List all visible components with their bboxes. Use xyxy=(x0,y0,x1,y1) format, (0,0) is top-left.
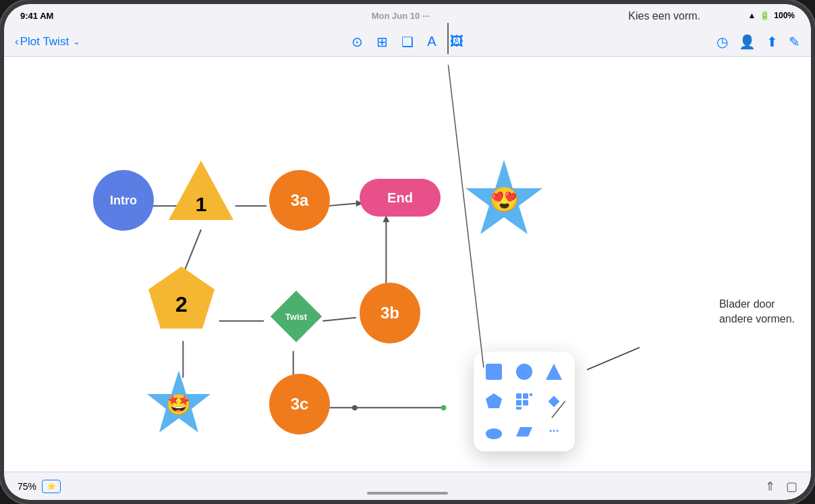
svg-rect-24 xyxy=(523,393,528,399)
wifi-icon: ▲ xyxy=(748,11,756,20)
svg-rect-23 xyxy=(516,393,522,399)
timer-icon[interactable]: ◷ xyxy=(716,34,728,50)
home-indicator xyxy=(367,492,448,495)
node-intro[interactable]: Intro xyxy=(93,170,154,231)
chevron-down-icon[interactable]: ⌄ xyxy=(73,36,80,47)
node-3a-label: 3a xyxy=(291,191,309,210)
shape-btn-pentagon[interactable] xyxy=(482,389,506,414)
person-icon[interactable]: 👤 xyxy=(739,34,756,50)
circle-tool-icon[interactable]: ⊙ xyxy=(352,34,363,50)
toolbar-center: ⊙ ⊞ ❑ A 🖼 xyxy=(277,34,538,50)
svg-rect-27 xyxy=(523,400,528,405)
share-icon[interactable]: ⬆ xyxy=(766,34,778,50)
shape-btn-irregular[interactable] xyxy=(482,419,506,443)
node-intro-label: Intro xyxy=(110,194,137,208)
app-title: Plot Twist xyxy=(20,35,69,49)
node-star-emoji-left[interactable]: 🤩 xyxy=(143,368,214,439)
zoom-level: 75% xyxy=(18,481,36,492)
image-tool-icon[interactable]: 🖼 xyxy=(450,34,463,49)
shape-btn-triangle[interactable] xyxy=(542,360,566,384)
shape-btn-parallelogram[interactable] xyxy=(512,419,536,443)
node-end[interactable]: End xyxy=(360,179,441,217)
node-twist[interactable]: Twist xyxy=(266,286,327,347)
node-3a[interactable]: 3a xyxy=(269,170,330,231)
svg-marker-22 xyxy=(486,393,502,408)
edit-icon[interactable]: ✎ xyxy=(789,34,800,50)
svg-rect-26 xyxy=(516,400,522,405)
svg-rect-19 xyxy=(486,364,502,380)
svg-point-12 xyxy=(352,405,358,410)
svg-point-20 xyxy=(516,364,532,380)
toolbar-right: ◷ 👤 ⬆ ✎ xyxy=(538,34,800,50)
node-end-label: End xyxy=(387,190,413,206)
star-right-emoji: 😍 xyxy=(489,186,519,214)
star-left-emoji: 🤩 xyxy=(166,392,191,416)
battery-icon: 🔋 xyxy=(760,11,770,20)
svg-line-2 xyxy=(327,203,356,206)
bottom-bar: 75% ⭐ ⇑ ▢ xyxy=(4,472,811,500)
node-1-label: 1 xyxy=(196,193,207,216)
svg-rect-29 xyxy=(549,396,560,408)
svg-marker-31 xyxy=(516,427,532,437)
node-2-label: 2 xyxy=(175,292,188,317)
shape-btn-circle[interactable] xyxy=(512,360,536,384)
bottom-right-icons: ⇑ ▢ xyxy=(765,479,797,494)
node-star-blue-right[interactable]: 😍 xyxy=(460,157,548,244)
node-3b[interactable]: 3b xyxy=(360,283,420,343)
table-tool-icon[interactable]: ⊞ xyxy=(376,34,388,50)
arrange-icon[interactable]: ⇑ xyxy=(765,479,775,494)
view-icon[interactable]: ▢ xyxy=(786,479,797,494)
node-3c[interactable]: 3c xyxy=(269,374,330,435)
shape-btn-diamond[interactable] xyxy=(542,389,566,414)
shape-btn-more[interactable]: ··· xyxy=(542,419,566,443)
status-date: Mon Jun 10 ··· xyxy=(372,11,430,21)
toolbar: ‹ Plot Twist ⌄ ⊙ ⊞ ❑ A 🖼 ◷ 👤 ⬆ ✎ xyxy=(4,27,811,57)
status-time: 9:41 AM xyxy=(20,11,53,21)
zoom-indicator: 75% ⭐ xyxy=(18,480,61,493)
svg-point-11 xyxy=(441,405,447,410)
node-3c-label: 3c xyxy=(291,395,309,414)
svg-marker-21 xyxy=(546,364,562,380)
shape-btn-grid[interactable] xyxy=(512,389,536,414)
text-tool-icon[interactable]: A xyxy=(427,34,436,49)
shape-btn-square[interactable] xyxy=(482,360,506,384)
shape-picker-panel: ··· xyxy=(474,352,575,451)
node-1[interactable]: 1 xyxy=(167,157,235,224)
svg-point-30 xyxy=(486,428,502,439)
back-button[interactable]: ‹ Plot Twist xyxy=(15,35,69,49)
svg-rect-28 xyxy=(516,407,522,410)
node-twist-label: Twist xyxy=(285,312,307,322)
status-right: ▲ 🔋 100% xyxy=(748,11,795,20)
chevron-left-icon: ‹ xyxy=(15,35,19,49)
status-bar: 9:41 AM Mon Jun 10 ··· ▲ 🔋 100% xyxy=(4,4,811,27)
node-3b-label: 3b xyxy=(381,304,399,323)
svg-rect-25 xyxy=(530,393,532,396)
svg-line-6 xyxy=(322,318,356,321)
shapes-tool-icon[interactable]: ❑ xyxy=(401,34,414,50)
zoom-badge[interactable]: ⭐ xyxy=(42,480,61,493)
node-2[interactable]: 2 xyxy=(144,264,219,335)
toolbar-left: ‹ Plot Twist ⌄ xyxy=(15,35,277,49)
canvas-area[interactable]: Intro 1 3a End xyxy=(4,57,811,472)
